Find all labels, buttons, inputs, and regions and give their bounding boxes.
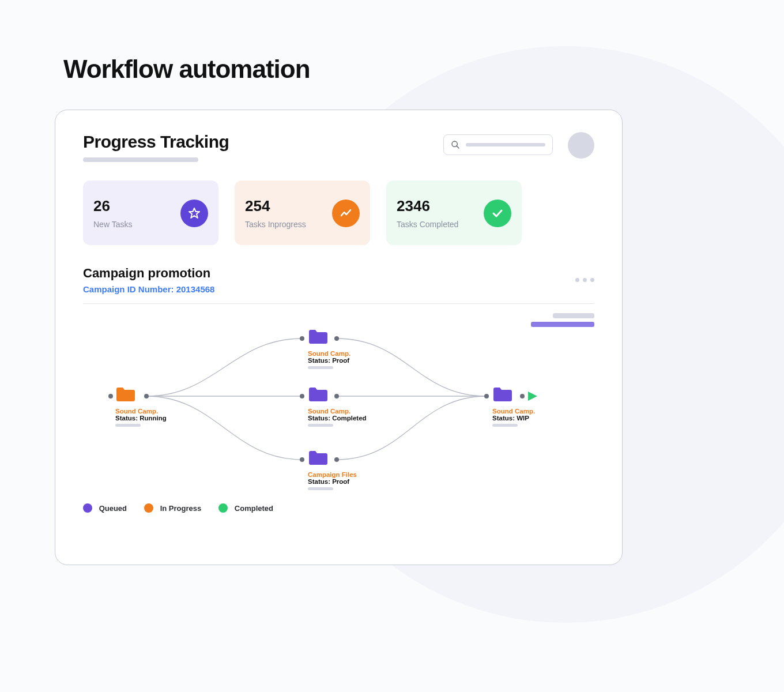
node-title: Sound Camp. [308,408,367,415]
search-placeholder-bar [466,143,545,146]
panel-title-underline [83,157,198,162]
legend-dot-icon [218,503,228,513]
node-bar [492,424,518,427]
legend-label: Queued [99,504,127,513]
folder-icon [308,328,329,345]
panel-header: Progress Tracking [83,132,594,162]
card-count: 26 [93,197,132,215]
workflow-node-bottom[interactable]: Campaign Files Status: Proof [308,449,357,490]
card-in-progress[interactable]: 254 Tasks Inprogress [235,180,370,245]
avatar[interactable] [568,132,594,159]
node-status: Status: WIP [492,415,535,422]
folder-icon [308,449,329,467]
node-title: Campaign Files [308,471,357,478]
workflow-node-start[interactable]: Sound Camp. Status: Running [115,386,167,427]
dot-icon [583,278,587,282]
node-bar [308,424,333,427]
check-icon [484,200,511,227]
node-title: Sound Camp. [492,408,535,415]
svg-point-7 [300,394,304,398]
dot-icon [590,278,594,282]
campaign-id: Campaign ID Number: 20134568 [83,284,214,294]
workflow-node-mid[interactable]: Sound Camp. Status: Completed [308,386,367,427]
card-label: Tasks Inprogress [245,220,306,230]
svg-point-5 [300,336,304,341]
more-menu[interactable] [575,278,594,282]
search-icon [451,140,460,149]
workflow-diagram: Sound Camp. Status: Running Sound Camp. … [83,310,594,500]
svg-marker-2 [189,208,199,218]
node-status: Status: Running [115,415,167,422]
legend: Queued In Progress Completed [83,503,594,513]
card-new-tasks[interactable]: 26 New Tasks [83,180,218,245]
campaign-header: Campaign promotion Campaign ID Number: 2… [83,266,594,294]
node-status: Status: Proof [308,478,357,485]
node-status: Status: Completed [308,415,367,422]
card-count: 254 [245,197,306,215]
svg-point-11 [484,394,489,398]
node-status: Status: Proof [308,357,350,364]
panel-title: Progress Tracking [83,132,443,152]
workflow-node-end[interactable]: Sound Camp. Status: WIP [492,386,535,427]
legend-dot-icon [83,503,92,513]
card-label: Tasks Completed [397,220,458,230]
trend-icon [332,200,360,227]
card-label: New Tasks [93,220,132,230]
folder-icon [492,386,513,403]
node-bar [308,487,333,490]
legend-dot-icon [144,503,153,513]
star-icon [180,200,208,227]
stat-cards: 26 New Tasks 254 Tasks Inprogress 2346 T… [83,180,594,245]
folder-icon [115,386,136,403]
legend-item-completed: Completed [218,503,273,513]
divider [83,303,594,304]
node-bar [115,424,141,427]
node-bar [308,366,333,369]
legend-label: In Progress [160,504,202,513]
card-completed[interactable]: 2346 Tasks Completed [386,180,522,245]
workflow-node-top[interactable]: Sound Camp. Status: Proof [308,328,350,369]
card-count: 2346 [397,197,458,215]
legend-label: Completed [235,504,273,513]
dot-icon [575,278,579,282]
search-input[interactable] [443,134,553,155]
svg-point-9 [300,457,304,462]
node-title: Sound Camp. [308,350,350,357]
campaign-title: Campaign promotion [83,266,214,281]
svg-point-3 [108,394,113,398]
legend-item-queued: Queued [83,503,127,513]
legend-item-in-progress: In Progress [144,503,201,513]
panel: Progress Tracking 26 New Tasks 254 [55,110,623,565]
folder-icon [308,386,329,403]
page-title: Workflow automation [63,55,310,84]
node-title: Sound Camp. [115,408,167,415]
svg-line-1 [457,146,459,148]
